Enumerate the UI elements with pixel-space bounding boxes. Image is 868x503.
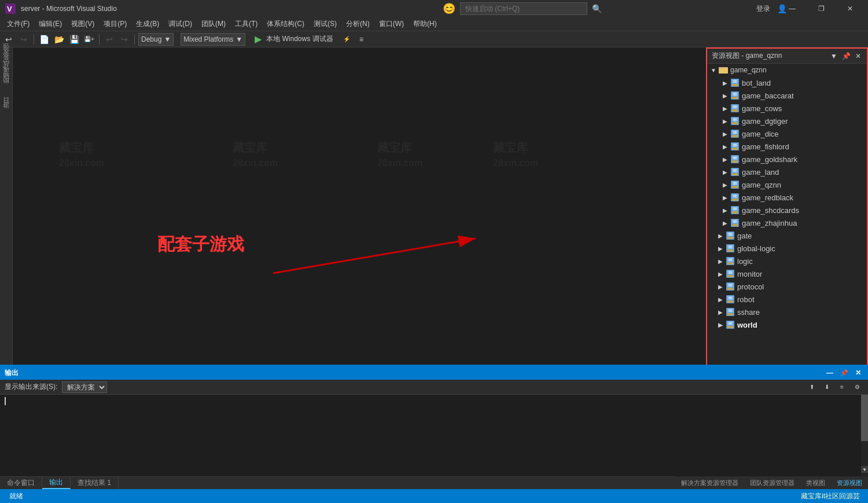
- tree-item[interactable]: ▶ game_baccarat: [707, 89, 867, 102]
- output-pin-btn[interactable]: 📌: [838, 369, 851, 377]
- sidebar-text9[interactable]: 游: [1, 111, 12, 116]
- project-icon: [730, 129, 740, 138]
- svg-rect-91: [727, 288, 733, 290]
- sidebar-text2[interactable]: 攻: [1, 58, 12, 63]
- menu-view[interactable]: 视图(V): [67, 17, 99, 31]
- panel-dropdown-btn[interactable]: ▼: [829, 52, 838, 60]
- start-debug-button[interactable]: ▶: [252, 34, 264, 45]
- tree-item[interactable]: ▶ gate: [707, 229, 867, 242]
- extra-button[interactable]: ≡: [355, 33, 368, 46]
- tree-item[interactable]: ▶ game_dgtiger: [707, 115, 867, 127]
- project-icon: [730, 78, 740, 87]
- smiley-icon[interactable]: 😊: [443, 2, 455, 15]
- output-minimize-btn[interactable]: —: [824, 369, 836, 377]
- tab-team-explorer[interactable]: 团队资源管理器: [744, 476, 800, 489]
- login-button[interactable]: 登录: [749, 4, 777, 14]
- tab-solution-explorer[interactable]: 解决方案资源管理器: [675, 476, 744, 489]
- tree-item[interactable]: ▶ sshare: [707, 306, 867, 318]
- svg-rect-86: [727, 275, 733, 277]
- output-source-select[interactable]: 解决方案: [62, 381, 107, 393]
- menu-debug[interactable]: 调试(D): [164, 17, 197, 31]
- tree-item[interactable]: ▶ game_fishlord: [707, 140, 867, 153]
- sidebar-text5[interactable]: 魂: [1, 75, 12, 80]
- redo-button[interactable]: ↪: [17, 33, 30, 46]
- tree-item[interactable]: ▶ robot: [707, 293, 867, 306]
- tree-item[interactable]: ▶ monitor: [707, 267, 867, 280]
- search-icon[interactable]: 🔍: [592, 4, 602, 13]
- sidebar-text3[interactable]: 装: [1, 64, 12, 68]
- undo-button[interactable]: ↩: [2, 33, 15, 46]
- restore-button[interactable]: ❐: [808, 0, 834, 17]
- tab-find-results[interactable]: 查找结果 1: [71, 476, 119, 489]
- tree-item[interactable]: ▶ protocol: [707, 280, 867, 293]
- tab-resource-view[interactable]: 资源视图: [831, 476, 868, 489]
- output-align-btn[interactable]: ≡: [836, 381, 848, 394]
- output-close-btn[interactable]: ✕: [853, 369, 863, 377]
- tree-item-label: robot: [737, 295, 755, 304]
- sidebar-text1[interactable]: 强: [1, 52, 12, 57]
- svg-rect-20: [733, 108, 737, 109]
- resource-panel-title: 资源视图 - game_qznn: [712, 51, 782, 61]
- svg-rect-75: [729, 248, 732, 249]
- tree-item[interactable]: ▶ game_land: [707, 166, 867, 178]
- tree-item[interactable]: ▶ game_goldshark: [707, 153, 867, 166]
- menu-window[interactable]: 窗口(W): [374, 17, 409, 31]
- tab-class-view[interactable]: 类视图: [800, 476, 831, 489]
- output-toolbar: 显示输出来源(S): 解决方案 ⬆ ⬇ ≡ ⚙: [0, 380, 868, 395]
- menu-edit[interactable]: 编辑(E): [34, 17, 67, 31]
- tree-item[interactable]: ▶ game_shcdcards: [707, 204, 867, 216]
- perf-button[interactable]: ⚡: [340, 33, 353, 46]
- sidebar-text6[interactable]: 辅: [1, 81, 12, 86]
- platform-dropdown[interactable]: Mixed Platforms ▼: [181, 33, 245, 46]
- output-extra-btn[interactable]: ⚙: [851, 381, 863, 394]
- save-button[interactable]: 💾: [68, 33, 80, 46]
- tab-command-window[interactable]: 命令窗口: [0, 476, 42, 489]
- sidebar-text4[interactable]: 战: [1, 69, 12, 74]
- menu-team[interactable]: 团队(M): [197, 17, 230, 31]
- scrollbar-down-btn[interactable]: ▼: [861, 466, 868, 473]
- save-all-button[interactable]: 💾+: [83, 33, 95, 46]
- redo2-button[interactable]: ↪: [118, 33, 131, 46]
- output-scrollbar[interactable]: ▼: [861, 395, 868, 480]
- panel-close-btn[interactable]: ✕: [854, 52, 862, 60]
- tree-item[interactable]: ▶ logic: [707, 255, 867, 267]
- svg-rect-19: [733, 106, 737, 107]
- tree-item[interactable]: ▶ global-logic: [707, 242, 867, 255]
- menu-test[interactable]: 测试(S): [309, 17, 341, 31]
- menu-file[interactable]: 文件(F): [2, 17, 34, 31]
- output-scrollbar-thumb[interactable]: [861, 395, 868, 441]
- output-scroll-down-btn[interactable]: ⬇: [821, 381, 833, 394]
- tree-item[interactable]: ▶ world: [707, 318, 867, 331]
- menu-analyze[interactable]: 分析(N): [341, 17, 374, 31]
- tab-output[interactable]: 输出: [42, 476, 71, 489]
- tree-item[interactable]: ▶ game_redblack: [707, 191, 867, 204]
- tree-item[interactable]: ▶ bot_land: [707, 76, 867, 89]
- sidebar-text7[interactable]: 助: [1, 87, 12, 91]
- menu-project[interactable]: 项目(P): [99, 17, 131, 31]
- menu-help[interactable]: 帮助(H): [409, 17, 442, 31]
- tree-item-label: bot_land: [742, 79, 771, 87]
- menu-build[interactable]: 生成(B): [131, 17, 164, 31]
- user-icon[interactable]: 👤: [777, 4, 787, 13]
- menu-tools[interactable]: 工具(T): [230, 17, 262, 31]
- tree-item[interactable]: ▶ game_qznn: [707, 178, 867, 191]
- sidebar-text8[interactable]: 日: [1, 105, 12, 110]
- tree-header-item[interactable]: ▼ game_qznn: [707, 64, 867, 76]
- tree-item[interactable]: ▶ game_cows: [707, 102, 867, 115]
- menu-arch[interactable]: 体系结构(C): [262, 17, 309, 31]
- quick-launch-input[interactable]: [460, 2, 587, 15]
- debug-mode-dropdown[interactable]: Debug ▼: [138, 33, 174, 46]
- project-icon: [730, 155, 740, 164]
- svg-rect-101: [727, 313, 733, 315]
- status-ready[interactable]: 就绪: [5, 489, 28, 503]
- output-scroll-up-btn[interactable]: ⬆: [806, 381, 818, 394]
- panel-pin-btn[interactable]: 📌: [841, 52, 852, 60]
- svg-rect-69: [729, 233, 732, 234]
- community-link[interactable]: 藏宝库it社区回源芸: [797, 491, 863, 501]
- tree-item[interactable]: ▶ game_dice: [707, 127, 867, 140]
- close-button[interactable]: ✕: [837, 0, 863, 17]
- undo2-button[interactable]: ↩: [103, 33, 116, 46]
- open-button[interactable]: 📂: [53, 33, 65, 46]
- tree-item[interactable]: ▶ game_zhajinhua: [707, 216, 867, 229]
- new-file-button[interactable]: 📄: [38, 33, 50, 46]
